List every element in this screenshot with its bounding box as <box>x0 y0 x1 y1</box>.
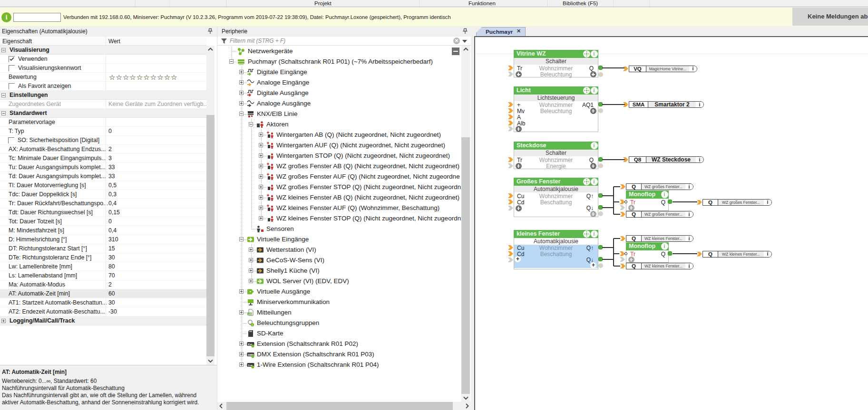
svg-text:Ext: Ext <box>248 343 253 346</box>
svg-text:LOG: LOG <box>248 313 253 315</box>
